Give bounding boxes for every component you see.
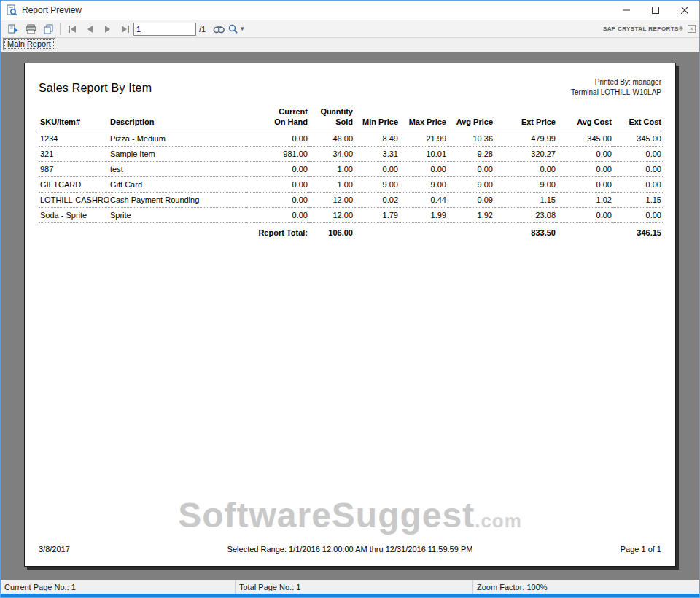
- toolbar: /1 ▼ SAP CRYSTAL REPORTS® ×: [1, 20, 699, 38]
- column-header: Avg Cost: [557, 106, 613, 131]
- table-cell: 10.36: [448, 131, 494, 146]
- table-cell: 1234: [39, 131, 109, 146]
- tab-main-report[interactable]: Main Report: [3, 38, 55, 50]
- status-total-page: Total Page No.: 1: [236, 580, 473, 594]
- previous-page-icon: [86, 26, 94, 33]
- table-cell: 0.00: [557, 207, 613, 222]
- column-header: SKU/Item#: [39, 106, 109, 131]
- table-cell: 9.00: [400, 176, 448, 192]
- last-page-button[interactable]: [117, 21, 133, 36]
- table-cell: 0.00: [613, 161, 663, 176]
- table-cell: 0.00: [557, 176, 613, 192]
- table-cell: 9.28: [448, 146, 494, 161]
- table-cell: 1.00: [309, 161, 354, 176]
- table-cell: test: [109, 161, 247, 176]
- table-cell: GIFTCARD: [39, 176, 109, 192]
- table-cell: 833.50: [494, 222, 557, 240]
- window-bottom-edge: [1, 594, 699, 597]
- column-header: Ext Cost: [613, 106, 663, 131]
- table-cell: 8.49: [354, 131, 400, 146]
- print-button[interactable]: [23, 21, 39, 36]
- table-cell: 46.00: [309, 131, 354, 146]
- table-cell: 1.15: [494, 192, 557, 207]
- report-title: Sales Report By Item: [39, 77, 152, 95]
- table-cell: Report Total:: [247, 222, 309, 240]
- table-cell: -0.02: [354, 192, 400, 207]
- status-bar: Current Page No.: 1 Total Page No.: 1 Zo…: [1, 580, 699, 594]
- first-page-icon: [68, 26, 77, 33]
- table-row: GIFTCARDGift Card0.001.009.009.009.009.0…: [39, 176, 663, 192]
- table-cell: 106.00: [309, 222, 354, 240]
- report-preview-icon: [6, 4, 18, 16]
- page-number-input[interactable]: [133, 23, 196, 36]
- terminal-line: Terminal LOTHILL-W10LAP: [571, 88, 661, 98]
- table-cell: 23.08: [494, 207, 557, 222]
- table-cell: [557, 222, 613, 240]
- preview-area: Sales Report By Item Printed By: manager…: [1, 52, 699, 580]
- watermark-text: SoftwareSuggest: [178, 496, 475, 535]
- table-cell: 0.00: [448, 161, 494, 176]
- next-page-button[interactable]: [99, 21, 115, 36]
- zoom-dropdown-caret-icon: ▼: [239, 26, 245, 32]
- last-page-icon: [120, 26, 130, 33]
- table-row: 1234Pizza - Medium0.0046.008.4921.9910.3…: [39, 131, 663, 146]
- toolbar-separator: [60, 23, 61, 35]
- tab-row: Main Report: [1, 38, 699, 52]
- report-preview-window: Report Preview: [0, 0, 700, 598]
- column-header: Ext Price: [494, 106, 557, 131]
- table-row: 987test0.001.000.000.000.000.000.000.00: [39, 161, 663, 176]
- brand-label: SAP CRYSTAL REPORTS®: [603, 26, 683, 32]
- zoom-magnifier-icon: [228, 24, 238, 34]
- table-cell: 0.00: [354, 161, 400, 176]
- search-button[interactable]: [211, 21, 227, 36]
- table-cell: 0.00: [557, 146, 613, 161]
- table-cell: 1.00: [309, 176, 354, 192]
- previous-page-button[interactable]: [82, 21, 98, 36]
- report-header: Sales Report By Item Printed By: manager…: [39, 77, 661, 97]
- report-table-head-row: SKU/Item#DescriptionCurrent On HandQuant…: [39, 106, 663, 131]
- table-cell: [448, 222, 494, 240]
- table-cell: 0.00: [400, 161, 448, 176]
- export-icon: [8, 24, 19, 34]
- column-header: Avg Price: [448, 106, 494, 131]
- maximize-button[interactable]: [641, 1, 670, 20]
- print-icon: [26, 24, 36, 34]
- close-button[interactable]: [670, 1, 699, 20]
- table-cell: 12.00: [309, 192, 354, 207]
- table-cell: Gift Card: [109, 176, 247, 192]
- table-cell: 320.27: [494, 146, 557, 161]
- window-title: Report Preview: [22, 5, 82, 15]
- table-cell: 321: [39, 146, 109, 161]
- zoom-button[interactable]: ▼: [228, 21, 245, 36]
- table-cell: 0.00: [247, 131, 309, 146]
- table-cell: 21.99: [400, 131, 448, 146]
- copy-button[interactable]: [40, 21, 56, 36]
- watermark-suffix: .com: [475, 510, 522, 532]
- table-cell: 34.00: [309, 146, 354, 161]
- table-cell: 0.00: [613, 146, 663, 161]
- minimize-button[interactable]: [612, 1, 641, 20]
- table-cell: 3.31: [354, 146, 400, 161]
- table-cell: Soda - Sprite: [39, 207, 109, 222]
- first-page-button[interactable]: [64, 21, 80, 36]
- watermark: SoftwareSuggest.com: [25, 495, 675, 535]
- table-cell: 1.02: [557, 192, 613, 207]
- column-header: Max Price: [400, 106, 448, 131]
- titlebar[interactable]: Report Preview: [1, 1, 699, 20]
- table-cell: 1.15: [613, 192, 663, 207]
- table-cell: 10.01: [400, 146, 448, 161]
- table-cell: [354, 222, 400, 240]
- brand-close-icon[interactable]: ×: [688, 25, 696, 33]
- report-total-row: Report Total:106.00833.50346.15: [39, 222, 663, 240]
- table-row: Soda - SpriteSprite0.0012.001.791.991.92…: [39, 207, 663, 222]
- report-page: Sales Report By Item Printed By: manager…: [24, 63, 676, 567]
- window-controls: [612, 1, 699, 20]
- binoculars-search-icon: [213, 25, 225, 34]
- table-cell: 0.00: [613, 207, 663, 222]
- table-cell: 0.44: [400, 192, 448, 207]
- export-button[interactable]: [5, 21, 21, 36]
- table-row: 321Sample Item981.0034.003.3110.019.2832…: [39, 146, 663, 161]
- table-cell: 479.99: [494, 131, 557, 146]
- copy-icon: [43, 24, 54, 34]
- table-cell: 0.00: [247, 161, 309, 176]
